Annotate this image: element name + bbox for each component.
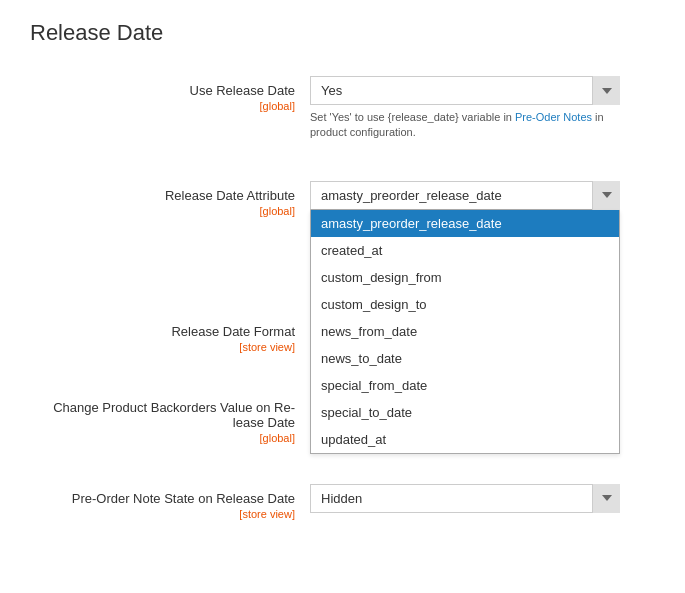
dropdown-item-6[interactable]: special_from_date bbox=[311, 372, 619, 399]
release-date-attribute-row: Release Date Attribute [global] amasty_p… bbox=[30, 181, 655, 237]
dropdown-item-2[interactable]: custom_design_from bbox=[311, 264, 619, 291]
use-release-date-select-wrapper[interactable]: Yes No bbox=[310, 76, 620, 105]
hint-link[interactable]: Pre-Oder Notes bbox=[515, 111, 592, 123]
use-release-date-hint: Set 'Yes' to use {release_date} variable… bbox=[310, 110, 620, 141]
dropdown-item-0[interactable]: amasty_preorder_release_date bbox=[311, 210, 619, 237]
preorder-note-state-label-col: Pre-Order Note State on Release Date [st… bbox=[30, 484, 310, 520]
dropdown-item-1[interactable]: created_at bbox=[311, 237, 619, 264]
use-release-date-label-col: Use Release Date [global] bbox=[30, 76, 310, 112]
release-date-attribute-label-col: Release Date Attribute [global] bbox=[30, 181, 310, 217]
release-date-format-scope: [store view] bbox=[30, 341, 295, 353]
dropdown-item-7[interactable]: special_to_date bbox=[311, 399, 619, 426]
dropdown-item-5[interactable]: news_to_date bbox=[311, 345, 619, 372]
release-date-attribute-dropdown[interactable]: amasty_preorder_release_date created_at … bbox=[310, 210, 620, 454]
use-release-date-select[interactable]: Yes No bbox=[310, 76, 620, 105]
release-date-format-label: Release Date Format bbox=[30, 324, 295, 339]
release-date-attribute-label: Release Date Attribute bbox=[30, 188, 295, 203]
page-title: Release Date bbox=[30, 20, 655, 46]
release-date-attribute-control: amasty_preorder_release_date amasty_preo… bbox=[310, 181, 655, 210]
dropdown-item-4[interactable]: news_from_date bbox=[311, 318, 619, 345]
release-date-format-label-col: Release Date Format [store view] bbox=[30, 317, 310, 353]
preorder-note-state-label: Pre-Order Note State on Release Date bbox=[30, 491, 295, 506]
change-backorders-scope: [global] bbox=[30, 432, 295, 444]
use-release-date-label: Use Release Date bbox=[30, 83, 295, 98]
use-release-date-row: Use Release Date [global] Yes No Set 'Ye… bbox=[30, 76, 655, 161]
use-release-date-scope: [global] bbox=[30, 100, 295, 112]
preorder-note-state-row: Pre-Order Note State on Release Date [st… bbox=[30, 484, 655, 540]
release-date-attribute-select-wrapper[interactable]: amasty_preorder_release_date bbox=[310, 181, 620, 210]
preorder-note-state-scope: [store view] bbox=[30, 508, 295, 520]
release-date-attribute-display[interactable]: amasty_preorder_release_date bbox=[310, 181, 620, 210]
preorder-note-state-select-wrapper[interactable]: Hidden Visible bbox=[310, 484, 620, 513]
change-backorders-label-col: Change Product Backorders Value on Re-le… bbox=[30, 393, 310, 444]
preorder-note-state-control: Hidden Visible bbox=[310, 484, 655, 513]
release-date-attribute-scope: [global] bbox=[30, 205, 295, 217]
use-release-date-control: Yes No Set 'Yes' to use {release_date} v… bbox=[310, 76, 655, 141]
change-backorders-label: Change Product Backorders Value on Re-le… bbox=[30, 400, 295, 430]
dropdown-item-8[interactable]: updated_at bbox=[311, 426, 619, 453]
dropdown-item-3[interactable]: custom_design_to bbox=[311, 291, 619, 318]
preorder-note-state-select[interactable]: Hidden Visible bbox=[310, 484, 620, 513]
